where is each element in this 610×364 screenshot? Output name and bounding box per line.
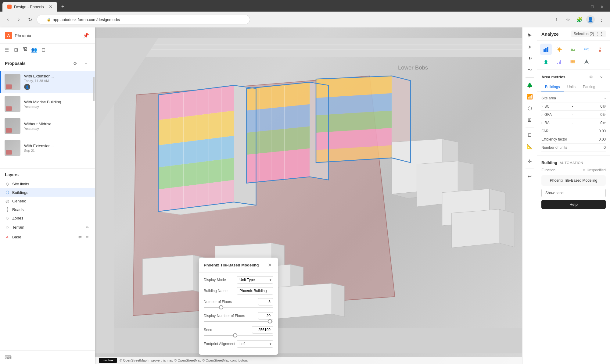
terrain-edit-button[interactable]: ✏ <box>84 224 90 230</box>
tree-analysis-btn[interactable] <box>540 56 552 67</box>
view-3d-button[interactable]: ⬡ <box>524 103 535 114</box>
tab-units[interactable]: Units <box>564 83 579 91</box>
terrain-icon: ◇ <box>5 225 10 230</box>
layers-view-button[interactable]: ⊞ <box>12 45 20 54</box>
filter-proposals-button[interactable]: ⚙ <box>71 59 79 68</box>
metrics-filter-button[interactable]: ⚙ <box>587 73 595 81</box>
building-name-input[interactable] <box>237 287 273 294</box>
measure-button[interactable]: 📐 <box>524 141 535 152</box>
reload-button[interactable]: ↻ <box>26 15 34 24</box>
add-proposal-button[interactable]: + <box>82 59 90 68</box>
dialog-close-button[interactable]: ✕ <box>266 261 273 269</box>
temperature-analysis-btn[interactable] <box>594 44 606 55</box>
seed-slider[interactable] <box>204 335 273 336</box>
display-mode-select[interactable]: Unit Type Floor Building <box>237 276 273 284</box>
people-button[interactable]: 👥 <box>30 45 38 54</box>
solar-panel-btn[interactable] <box>567 56 579 67</box>
navigation-analysis-btn[interactable] <box>581 56 592 67</box>
model-button[interactable]: 🏗 <box>21 45 29 54</box>
tree-button[interactable]: 🌲 <box>524 80 535 91</box>
share-button[interactable]: ↑ <box>551 15 561 24</box>
layer-base[interactable]: A Base ⇄ ✏ <box>0 232 95 242</box>
layer-generic[interactable]: ◎ Generic <box>0 197 95 205</box>
help-button[interactable]: Help <box>541 200 606 209</box>
bc-label: BC <box>544 104 572 109</box>
map-view: Lower Bobs ☀ 👁 〜 🌲 📶 ⬡ ⊞ ⊟ 📐 ✛ ↩ <box>95 27 537 364</box>
proposal-item-4[interactable]: A With Extension... Sep 21 <box>0 137 95 159</box>
signal-analysis-btn[interactable] <box>554 56 565 67</box>
wind-analysis-btn[interactable] <box>581 44 592 55</box>
metrics-tabs: Buildings Units Parking <box>537 83 610 92</box>
footprint-select[interactable]: Left Center Right <box>237 340 273 348</box>
selection-badge[interactable]: Selection (2) ⋮⋮ <box>571 30 606 37</box>
tab-close-button[interactable]: ✕ <box>49 4 52 9</box>
new-tab-button[interactable]: + <box>59 2 67 11</box>
floors-input[interactable] <box>258 298 273 305</box>
layer-name-zones: Zones <box>12 216 90 220</box>
layer-site-limits[interactable]: ◇ Site limits <box>0 180 95 188</box>
sidebar-title: Phoenix <box>15 33 31 38</box>
footprint-select-wrapper[interactable]: Left Center Right <box>237 340 273 348</box>
bc-expand-icon[interactable]: › <box>541 104 543 109</box>
visibility-button[interactable]: 👁 <box>524 53 535 64</box>
compass-button[interactable]: ⊞ <box>524 114 535 125</box>
display-floors-slider[interactable] <box>204 321 273 322</box>
extensions-button[interactable]: 🧩 <box>575 15 584 24</box>
area-metrics-title: Area metrics <box>541 75 565 79</box>
tab-buildings[interactable]: Buildings <box>541 83 564 91</box>
show-panel-button[interactable]: Show panel <box>541 189 606 197</box>
display-mode-label: Display Mode <box>204 278 226 282</box>
forward-button[interactable]: › <box>15 15 23 24</box>
wind-button[interactable]: 〜 <box>524 65 535 76</box>
separator-1 <box>537 155 610 156</box>
layer-buildings[interactable]: ⬡ Buildings <box>0 188 95 197</box>
profile-button[interactable]: 👤 <box>586 15 595 24</box>
svg-marker-53 <box>142 255 193 295</box>
address-bar[interactable]: 🔒 app.autodesk forma.com/designmode/ <box>37 15 250 24</box>
active-tab[interactable]: Design - Phoenix ✕ <box>2 2 57 12</box>
units-num-label: Number of units <box>541 145 604 150</box>
close-button[interactable]: ✕ <box>598 2 606 11</box>
cursor-tool-button[interactable] <box>524 30 535 41</box>
base-swap-button[interactable]: ⇄ <box>77 234 83 240</box>
grid-button[interactable]: ⊟ <box>39 45 48 54</box>
layer-roads[interactable]: ┊ Roads <box>0 205 95 214</box>
keyboard-shortcut-button[interactable]: ⌨ <box>4 353 12 362</box>
layer-name-base: Base <box>12 235 74 239</box>
ra-expand-icon[interactable]: › <box>541 121 543 125</box>
layers-panel-button[interactable]: ⊟ <box>524 129 535 140</box>
proposal-item-3[interactable]: A Without Midrise... Yesterday <box>0 115 95 137</box>
floors-slider[interactable] <box>204 307 273 308</box>
menu-button[interactable]: ⋮ <box>597 15 606 24</box>
proposal-item-1[interactable]: A With Extension... Today, 11:38 AM 👤 <box>0 71 95 93</box>
back-button[interactable]: ‹ <box>4 15 12 24</box>
svg-point-62 <box>558 48 561 51</box>
history-button[interactable]: ↩ <box>524 171 535 182</box>
display-mode-select-wrapper[interactable]: Unit Type Floor Building <box>237 276 273 284</box>
function-value-wrapper: Unspecified <box>583 168 606 172</box>
proposal-thumb-4: A <box>5 140 20 156</box>
svg-rect-0 <box>95 38 537 57</box>
sun-analysis-btn[interactable] <box>554 44 565 55</box>
pin-button[interactable]: 📌 <box>82 31 90 40</box>
hamburger-menu-button[interactable]: ☰ <box>2 45 11 54</box>
base-edit-button[interactable]: ✏ <box>84 234 90 240</box>
seed-input[interactable] <box>252 326 273 334</box>
bar-chart-button[interactable] <box>540 44 552 55</box>
bookmark-button[interactable]: ☆ <box>563 15 573 24</box>
tab-parking[interactable]: Parking <box>579 83 599 91</box>
terrain-analysis-btn[interactable] <box>567 44 579 55</box>
minimize-button[interactable]: ─ <box>578 2 587 11</box>
maximize-button[interactable]: □ <box>588 2 597 11</box>
layer-terrain[interactable]: ◇ Terrain ✏ <box>0 222 95 232</box>
svg-rect-61 <box>547 47 548 52</box>
metrics-expand-button[interactable]: ∨ <box>597 73 606 81</box>
sun-analysis-button[interactable]: ☀ <box>524 41 535 52</box>
gfa-expand-icon[interactable]: › <box>541 112 543 117</box>
move-button[interactable]: ✛ <box>524 156 535 167</box>
layer-name-terrain: Terrain <box>12 225 82 230</box>
display-floors-input[interactable] <box>258 312 273 319</box>
layer-zones[interactable]: ◇ Zones <box>0 214 95 222</box>
proposal-item-2[interactable]: A With Midrise Building Yesterday <box>0 93 95 115</box>
signal-tool-button[interactable]: 📶 <box>524 91 535 102</box>
